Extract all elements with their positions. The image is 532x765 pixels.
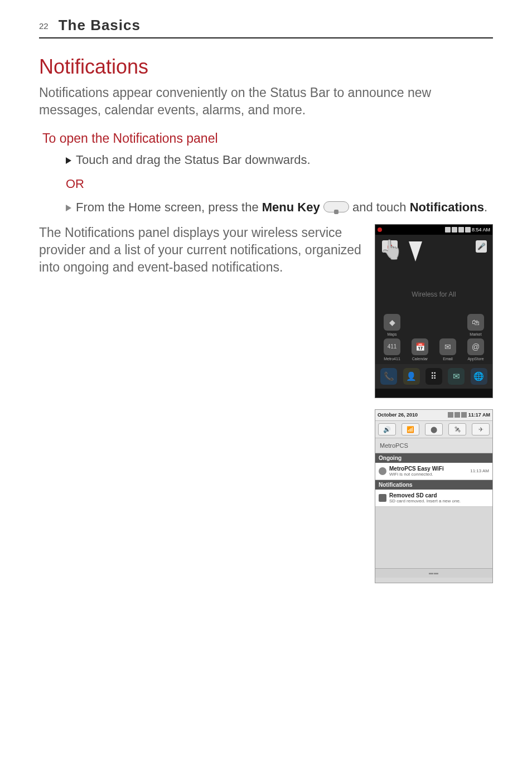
app-icon-appstore: @ AppStore [465, 338, 487, 361]
market-icon: 🛍 [467, 314, 484, 331]
or-label: OR [66, 177, 493, 191]
notification-subtitle: SD card removed. Insert a new one. [389, 498, 489, 503]
menu-key-icon [323, 201, 349, 212]
appstore-icon: @ [467, 338, 484, 355]
status-bar: 8:54 AM [375, 225, 492, 235]
bullet-icon [66, 157, 71, 164]
dock: 📞 👤 ⠿ ✉ 🌐 [375, 364, 492, 389]
app-label: Calendar [409, 357, 431, 361]
gps-toggle-icon: 🛰 [448, 423, 466, 435]
ongoing-header: Ongoing [375, 453, 492, 463]
app-icon-email: ✉ Email [437, 338, 459, 361]
app-icon-calendar: 📅 Calendar [409, 338, 431, 361]
notification-title: Removed SD card [389, 492, 489, 498]
signal-icon [458, 227, 464, 233]
bullet-text-pre: From the Home screen, press the [76, 200, 262, 214]
sound-toggle-icon: 🔊 [378, 423, 396, 435]
notification-subtitle: WiFi is not connected. [389, 472, 470, 477]
app-label: Metro411 [381, 357, 403, 361]
dock-contacts-icon: 👤 [403, 368, 420, 385]
page-title: Notifications [39, 55, 493, 79]
calendar-icon: 📅 [412, 338, 428, 355]
app-label: AppStore [465, 357, 487, 361]
ongoing-notification-item: MetroPCS Easy WiFi WiFi is not connected… [375, 463, 492, 480]
home-screen-screenshot: 8:54 AM g 🎤 👆 Wireless for All ◆ Maps [375, 224, 493, 398]
home-screen-body: g 🎤 👆 Wireless for All ◆ Maps 🛍 [375, 235, 492, 364]
status-time: 8:54 AM [472, 227, 490, 233]
status-icon [452, 227, 457, 233]
dock-apps-icon: ⠿ [425, 368, 442, 385]
app-label: Market [465, 332, 487, 336]
list-item: Touch and drag the Status Bar downwards. [66, 152, 493, 169]
bluetooth-toggle-icon: ⬤ [425, 423, 443, 435]
swipe-gesture-icon: 👆 [380, 238, 403, 260]
bullet-text: Touch and drag the Status Bar downwards. [76, 153, 311, 167]
signal-icon [454, 412, 460, 418]
status-icon [445, 227, 451, 233]
notification-time: 11:13 AM [470, 468, 489, 473]
battery-icon [465, 227, 471, 233]
bullet-icon [66, 205, 71, 211]
voice-search-icon: 🎤 [476, 240, 487, 253]
quick-toggles: 🔊 📶 ⬤ 🛰 ✈ [375, 421, 492, 438]
swipe-arrow-icon [409, 241, 422, 262]
wifi-toggle-icon: 📶 [402, 423, 419, 435]
wifi-notification-icon [379, 467, 386, 475]
carrier-label: MetroPCS [375, 438, 492, 453]
menu-key-label: Menu Key [262, 200, 320, 214]
status-time: 11:17 AM [468, 412, 490, 418]
maps-icon: ◆ [384, 314, 400, 331]
status-bar: October 26, 2010 11:17 AM [375, 410, 492, 421]
section-title: The Basics [59, 17, 141, 34]
sdcard-notification-icon [379, 494, 386, 502]
notifications-header: Notifications [375, 480, 492, 490]
app-row-2: 411 Metro411 📅 Calendar ✉ Email @ [375, 338, 492, 361]
app-label: Email [437, 357, 459, 361]
page-header: 22 The Basics [39, 17, 493, 38]
intro-paragraph: Notifications appear conveniently on the… [39, 84, 493, 119]
notifications-label: Notifications [410, 200, 484, 214]
app-label: Maps [381, 332, 403, 336]
notifications-panel-paragraph: The Notifications panel displays your wi… [39, 224, 364, 276]
signal-icon [448, 412, 453, 418]
list-item: From the Home screen, press the Menu Key… [66, 199, 493, 216]
bullet-text-post: and touch [349, 200, 410, 214]
app-icon-maps: ◆ Maps [381, 314, 403, 336]
sub-heading: To open the Notifications panel [42, 131, 493, 146]
airplane-toggle-icon: ✈ [472, 423, 490, 435]
bullet-period: . [484, 200, 487, 214]
status-date: October 26, 2010 [378, 412, 447, 418]
app-icon-market: 🛍 Market [465, 314, 487, 336]
email-icon: ✉ [439, 338, 456, 355]
app-icon-metro411: 411 Metro411 [381, 338, 403, 361]
empty-area [375, 507, 492, 568]
notification-dot-icon [378, 227, 382, 232]
notification-title: MetroPCS Easy WiFi [389, 466, 470, 472]
page-number: 22 [39, 21, 49, 31]
notification-item: Removed SD card SD card removed. Insert … [375, 490, 492, 507]
app-row-1: ◆ Maps 🛍 Market [375, 314, 492, 336]
dock-phone-icon: 📞 [380, 368, 397, 385]
drag-handle-icon: ▬▬ [375, 568, 492, 578]
brand-tagline: Wireless for All [375, 290, 492, 298]
dock-messages-icon: ✉ [448, 368, 465, 385]
instruction-list: Touch and drag the Status Bar downwards. [39, 152, 493, 169]
metro411-icon: 411 [384, 338, 400, 355]
notifications-panel-screenshot: October 26, 2010 11:17 AM 🔊 📶 ⬤ 🛰 ✈ Metr… [375, 409, 493, 583]
instruction-list-2: From the Home screen, press the Menu Key… [39, 199, 493, 216]
battery-icon [461, 412, 467, 418]
dock-browser-icon: 🌐 [471, 368, 487, 385]
